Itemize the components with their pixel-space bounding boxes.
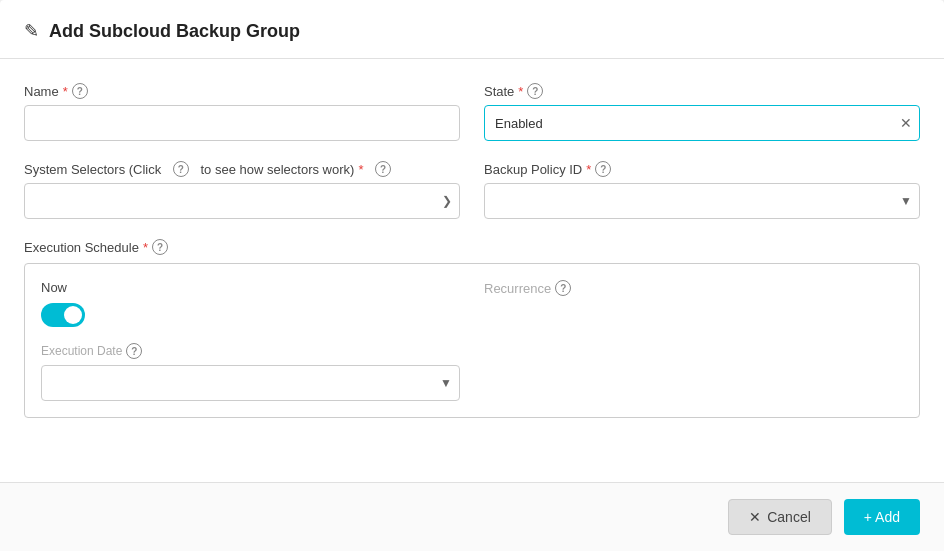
name-label: Name * ?	[24, 83, 460, 99]
system-selectors-label: System Selectors (Click ? to see how sel…	[24, 161, 460, 177]
backup-policy-help-icon[interactable]: ?	[595, 161, 611, 177]
backup-policy-label: Backup Policy ID * ?	[484, 161, 920, 177]
cancel-icon: ✕	[749, 509, 761, 525]
form-row-name-state: Name * ? State * ? ✕	[24, 83, 920, 141]
modal-footer: ✕ Cancel + Add	[0, 482, 944, 551]
schedule-right: Recurrence ?	[484, 280, 903, 401]
state-input-wrapper: ✕	[484, 105, 920, 141]
schedule-left: Now Execution Date ?	[41, 280, 460, 401]
form-group-state: State * ? ✕	[484, 83, 920, 141]
backup-policy-required: *	[586, 162, 591, 177]
modal-body: Name * ? State * ? ✕	[0, 59, 944, 482]
selector-arrow-button[interactable]: ❯	[442, 194, 452, 208]
execution-schedule-label-row: Execution Schedule * ?	[24, 239, 920, 255]
form-group-name: Name * ?	[24, 83, 460, 141]
state-label: State * ?	[484, 83, 920, 99]
schedule-required: *	[143, 240, 148, 255]
execution-date-select[interactable]	[41, 365, 460, 401]
execution-date-label-row: Execution Date ?	[41, 343, 460, 359]
schedule-box: Now Execution Date ?	[24, 263, 920, 418]
execution-schedule-section: Execution Schedule * ? Now Execution	[24, 239, 920, 418]
state-required: *	[518, 84, 523, 99]
state-help-icon[interactable]: ?	[527, 83, 543, 99]
selectors-help-icon[interactable]: ?	[173, 161, 189, 177]
state-input[interactable]	[484, 105, 920, 141]
selectors-help-icon2[interactable]: ?	[375, 161, 391, 177]
selectors-required: *	[358, 162, 363, 177]
backup-policy-select-wrapper: ▼	[484, 183, 920, 219]
form-group-backup-policy: Backup Policy ID * ? ▼	[484, 161, 920, 219]
add-button[interactable]: + Add	[844, 499, 920, 535]
name-required: *	[63, 84, 68, 99]
selector-input-wrapper: ❯	[24, 183, 460, 219]
execution-date-select-wrapper: ▼	[41, 365, 460, 401]
name-input[interactable]	[24, 105, 460, 141]
toggle-wrapper	[41, 303, 460, 327]
recurrence-help-icon[interactable]: ?	[555, 280, 571, 296]
cancel-button[interactable]: ✕ Cancel	[728, 499, 832, 535]
now-label: Now	[41, 280, 460, 295]
form-group-system-selectors: System Selectors (Click ? to see how sel…	[24, 161, 460, 219]
modal-container: ✎ Add Subcloud Backup Group Name * ? Sta…	[0, 0, 944, 551]
backup-policy-select[interactable]	[484, 183, 920, 219]
name-help-icon[interactable]: ?	[72, 83, 88, 99]
form-row-selectors-policy: System Selectors (Click ? to see how sel…	[24, 161, 920, 219]
recurrence-label-row: Recurrence ?	[484, 280, 903, 296]
modal-title: Add Subcloud Backup Group	[49, 21, 300, 42]
system-selectors-input[interactable]	[24, 183, 460, 219]
edit-icon: ✎	[24, 20, 39, 42]
modal-header: ✎ Add Subcloud Backup Group	[0, 0, 944, 59]
toggle-slider	[41, 303, 85, 327]
execution-date-help-icon[interactable]: ?	[126, 343, 142, 359]
schedule-help-icon[interactable]: ?	[152, 239, 168, 255]
now-toggle[interactable]	[41, 303, 85, 327]
state-clear-button[interactable]: ✕	[900, 115, 912, 131]
